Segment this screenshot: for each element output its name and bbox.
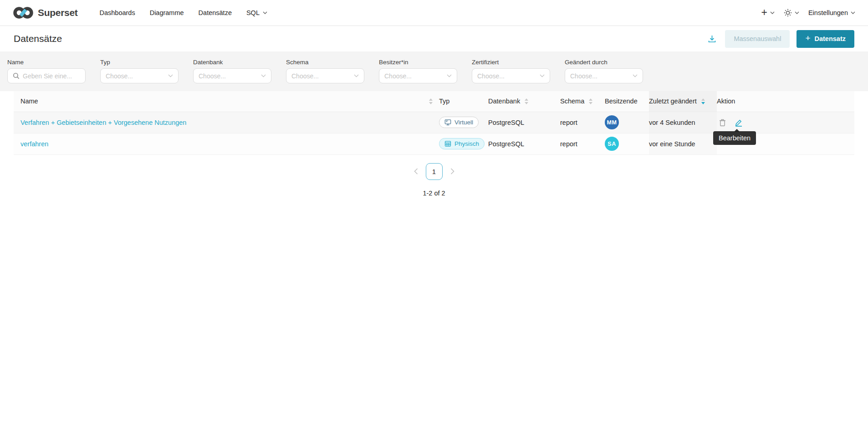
sun-icon [784,9,792,17]
owner-avatar: SA [605,137,619,151]
pencil-icon [734,118,743,127]
dataset-link[interactable]: verfahren [20,140,48,148]
filter-besitzer: Besitzer*in Choose... [379,59,457,83]
modified-value: vor eine Stunde [649,140,695,148]
chevron-down-icon [633,74,638,77]
export-button[interactable] [706,33,718,45]
filter-typ: Typ Choose... [100,59,179,83]
chevron-down-icon [447,74,452,77]
navbar: Superset Dashboards Diagramme Datensätze… [0,0,868,26]
chevron-down-icon [770,11,775,14]
datenbank-select[interactable]: Choose... [193,68,271,83]
main-nav: Dashboards Diagramme Datensätze SQL [99,9,267,16]
chevron-down-icon [263,11,267,14]
filter-geaendert-durch: Geändert durch Choose... [565,59,643,83]
action-cell: Bearbeiten [717,116,854,129]
filter-bar: Name Typ Choose... Datenbank Choose... [0,51,868,91]
sort-toggle-datenbank[interactable] [525,98,528,104]
pagination: 1 [14,163,854,180]
dataset-type-badge: Virtuell [439,117,479,128]
database-value: PostgreSQL [488,119,524,126]
filter-datenbank: Datenbank Choose... [193,59,271,83]
table-row: Verfahren + Gebietseinheiten + Vorgesehe… [14,112,854,133]
page-title: Datensätze [14,33,62,44]
edit-button[interactable] [732,116,745,129]
edit-tooltip: Bearbeiten [713,131,756,145]
nav-item-sql[interactable]: SQL [246,9,267,16]
database-value: PostgreSQL [488,140,524,148]
schema-value: report [560,140,577,148]
chevron-left-icon [414,168,418,175]
superset-logo[interactable]: Superset [13,6,77,20]
modified-value: vor 4 Sekunden [649,119,695,126]
table-grid-icon [444,140,451,147]
settings-menu[interactable]: Einstellungen [808,9,855,16]
column-header-zuletzt-geaendert: Zuletzt geändert [649,91,717,112]
search-icon [13,72,20,79]
new-item-menu[interactable]: + [761,8,774,18]
theme-menu[interactable] [784,9,799,17]
filter-label: Name [7,59,86,66]
datasets-table-wrap: Name Typ Datenbank Schema [0,91,868,197]
page-1-button[interactable]: 1 [426,163,443,180]
sort-toggle-zuletzt-geaendert[interactable] [701,98,705,104]
column-header-typ: Typ [439,91,488,112]
superset-infinity-icon [13,6,34,20]
chevron-down-icon [168,74,173,77]
prev-page-button[interactable] [412,166,420,176]
zertifiziert-select[interactable]: Choose... [472,68,550,83]
besitzer-select[interactable]: Choose... [379,68,457,83]
monitor-sql-icon [444,119,451,126]
sort-toggle-schema[interactable] [589,98,592,104]
geaendert-durch-select[interactable]: Choose... [565,68,643,83]
chevron-right-icon [450,168,454,175]
download-icon [708,35,716,43]
column-header-schema: Schema [560,91,605,112]
schema-select[interactable]: Choose... [286,68,364,83]
trash-icon [719,118,726,127]
chevron-down-icon [261,74,266,77]
sort-toggle-name[interactable] [429,98,433,104]
owner-avatar: MM [605,115,619,129]
next-page-button[interactable] [449,166,456,176]
chevron-down-icon [540,74,545,77]
plus-icon: + [805,33,810,43]
nav-item-diagramme[interactable]: Diagramme [150,9,184,16]
datasets-table: Name Typ Datenbank Schema [14,91,854,155]
dataset-link[interactable]: Verfahren + Gebietseinheiten + Vorgesehe… [20,119,186,126]
filter-zertifiziert: Zertifiziert Choose... [472,59,550,83]
search-input[interactable] [23,72,80,80]
nav-item-datensaetze[interactable]: Datensätze [199,9,232,16]
chevron-down-icon [354,74,359,77]
column-header-aktion: Aktion [717,91,854,112]
typ-select[interactable]: Choose... [100,68,179,83]
chevron-down-icon [795,11,799,14]
plus-icon: + [761,7,767,18]
bulk-select-button[interactable]: Massenauswahl [725,30,790,48]
page-header: Datensätze Massenauswahl + Datensatz [0,26,868,51]
chevron-down-icon [851,11,855,14]
navbar-right: + Einstellungen [761,8,855,18]
filter-schema: Schema Choose... [286,59,364,83]
column-header-besitzende: Besitzende [605,91,649,112]
nav-item-dashboards[interactable]: Dashboards [99,9,135,16]
column-header-name: Name [14,91,439,112]
add-dataset-button[interactable]: + Datensatz [797,30,854,48]
column-header-datenbank: Datenbank [488,91,560,112]
dataset-type-badge: Physisch [439,138,485,149]
delete-button[interactable] [717,117,728,128]
name-search-input[interactable] [7,68,86,83]
filter-name: Name [7,59,86,83]
brand-name: Superset [38,7,77,18]
schema-value: report [560,119,577,126]
header-actions: Massenauswahl + Datensatz [706,30,854,48]
row-range-summary: 1-2 of 2 [14,190,854,197]
